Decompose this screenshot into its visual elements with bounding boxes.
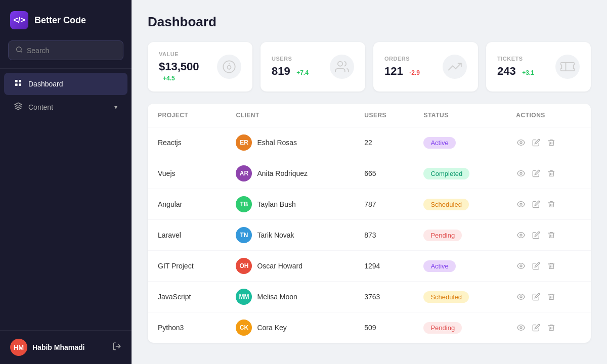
client-avatar: MM [236, 289, 252, 305]
stats-row: VALUE $13,500 +4.5 USERS 819 +7.4 ORDERS [148, 42, 591, 92]
search-box[interactable] [8, 40, 123, 60]
th-users: USERS [354, 104, 413, 127]
client-name: Tarik Novak [257, 231, 294, 239]
client-cell: OH Oscar Howard [226, 251, 354, 282]
page-title: Dashboard [148, 14, 591, 30]
status-badge: Active [423, 260, 455, 272]
stat-value-tickets: 243 [497, 65, 516, 77]
edit-button[interactable] [531, 323, 541, 333]
status-badge: Active [423, 137, 455, 149]
stat-badge-orders: -2.9 [409, 69, 420, 76]
delete-button[interactable] [546, 292, 556, 302]
svg-point-13 [520, 234, 522, 236]
actions-cell [506, 312, 591, 343]
status-cell: Active [413, 127, 506, 158]
delete-button[interactable] [546, 138, 556, 148]
stat-badge-value: +4.5 [163, 75, 175, 82]
client-avatar: OH [236, 258, 252, 274]
table-header: PROJECTCLIENTUSERSSTATUSACTIONS [148, 104, 591, 127]
user-count: 873 [354, 220, 413, 251]
project-name: Vuejs [148, 158, 226, 189]
stat-icon-value [217, 55, 241, 79]
status-cell: Completed [413, 158, 506, 189]
delete-button[interactable] [546, 261, 556, 271]
client-name: Taylan Bush [257, 200, 295, 208]
projects-table: PROJECTCLIENTUSERSSTATUSACTIONS Reactjs … [148, 104, 591, 343]
actions-cell [506, 251, 591, 282]
user-name: Habib Mhamadi [32, 343, 84, 351]
client-avatar: AR [236, 165, 252, 181]
view-button[interactable] [516, 261, 526, 271]
logo-icon: </> [10, 11, 28, 29]
delete-button[interactable] [546, 199, 556, 209]
edit-button[interactable] [531, 230, 541, 240]
projects-table-card: PROJECTCLIENTUSERSSTATUSACTIONS Reactjs … [148, 104, 591, 343]
project-name: GIT Project [148, 251, 226, 282]
logout-icon[interactable] [112, 342, 121, 353]
table-row: Vuejs AR Anita Rodriquez 665 Completed [148, 158, 591, 189]
client-name: Melisa Moon [257, 293, 297, 301]
th-actions: ACTIONS [506, 104, 591, 127]
view-button[interactable] [516, 168, 526, 178]
delete-button[interactable] [546, 230, 556, 240]
edit-button[interactable] [531, 138, 541, 148]
table-row: Python3 CK Cora Key 509 Pending [148, 312, 591, 343]
client-avatar: TB [236, 196, 252, 212]
stat-value-orders: 121 [384, 65, 403, 77]
user-count: 22 [354, 127, 413, 158]
project-name: JavaScript [148, 282, 226, 312]
edit-button[interactable] [531, 168, 541, 178]
user-count: 509 [354, 312, 413, 343]
stat-label-tickets: TICKETS [497, 56, 534, 62]
status-badge: Pending [423, 322, 462, 334]
client-avatar: TN [236, 227, 252, 243]
sidebar-item-dashboard[interactable]: Dashboard [4, 73, 127, 95]
stat-icon-tickets [555, 55, 580, 79]
content-icon [14, 102, 22, 112]
edit-button[interactable] [531, 292, 541, 302]
stat-label-users: USERS [272, 56, 309, 62]
project-name: Reactjs [148, 127, 226, 158]
actions-cell [506, 158, 591, 189]
view-button[interactable] [516, 230, 526, 240]
delete-button[interactable] [546, 168, 556, 178]
stat-label-value: VALUE [159, 51, 217, 57]
svg-rect-4 [15, 83, 18, 86]
table-row: Angular TB Taylan Bush 787 Scheduled [148, 189, 591, 220]
status-badge: Completed [423, 168, 469, 179]
delete-button[interactable] [546, 323, 556, 333]
view-button[interactable] [516, 292, 526, 302]
client-cell: ER Eshal Rosas [226, 127, 354, 158]
svg-point-0 [17, 47, 21, 52]
view-button[interactable] [516, 199, 526, 209]
client-cell: AR Anita Rodriquez [226, 158, 354, 189]
actions-cell [506, 189, 591, 220]
th-status: STATUS [413, 104, 506, 127]
dashboard-label: Dashboard [28, 80, 63, 88]
status-badge: Scheduled [423, 199, 468, 210]
table-row: Reactjs ER Eshal Rosas 22 Active [148, 127, 591, 158]
edit-button[interactable] [531, 261, 541, 271]
chevron-down-icon: ▾ [114, 104, 117, 111]
stat-card-orders: ORDERS 121 -2.9 [373, 42, 478, 92]
table-row: JavaScript MM Melisa Moon 3763 Scheduled [148, 282, 591, 312]
view-button[interactable] [516, 323, 526, 333]
sidebar-divider [0, 68, 132, 69]
client-cell: MM Melisa Moon [226, 282, 354, 312]
actions-cell [506, 282, 591, 312]
edit-button[interactable] [531, 199, 541, 209]
status-cell: Active [413, 251, 506, 282]
table-row: Laravel TN Tarik Novak 873 Pending [148, 220, 591, 251]
client-cell: TN Tarik Novak [226, 220, 354, 251]
view-button[interactable] [516, 138, 526, 148]
th-client: CLIENT [226, 104, 354, 127]
client-avatar: ER [236, 134, 252, 151]
search-input[interactable] [27, 47, 116, 55]
sidebar-item-content[interactable]: Content ▾ [4, 96, 127, 118]
stat-label-orders: ORDERS [384, 56, 420, 62]
client-name: Cora Key [257, 324, 286, 332]
status-cell: Scheduled [413, 282, 506, 312]
client-avatar: CK [236, 320, 252, 336]
svg-rect-3 [19, 80, 21, 82]
user-count: 3763 [354, 282, 413, 312]
